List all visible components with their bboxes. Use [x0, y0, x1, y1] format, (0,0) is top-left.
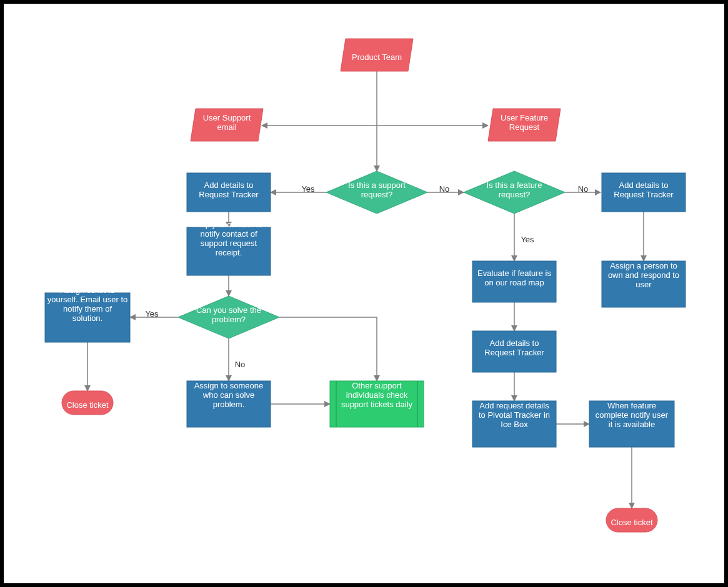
node-is-feature-request: Is this a featurerequest? — [464, 171, 565, 214]
label-yes2: Yes — [521, 235, 534, 244]
node-can-solve: Can you solve theproblem? — [178, 296, 279, 338]
text-close-ticket-left: Close ticket — [66, 400, 109, 410]
node-reply-contact: Reply to contact tonotify contact ofsupp… — [187, 220, 271, 276]
node-assign-self: Assign ticket toyourself. Email user ton… — [45, 285, 130, 343]
text-evaluate-roadmap: Evaluate if feature ison our road map — [477, 269, 551, 287]
text-add-details-right: Add details toRequest Tracker — [614, 180, 674, 199]
node-user-support-email: User Supportemail — [191, 109, 263, 141]
node-is-support-request: Is this a supportrequest? — [326, 171, 427, 214]
edge-cansolve-to-othersupport — [279, 317, 377, 381]
node-evaluate-roadmap: Evaluate if feature ison our road map — [472, 261, 556, 302]
node-close-ticket-right: Close ticket — [606, 508, 657, 532]
label-no3: No — [235, 360, 246, 369]
node-product-team: Product Team — [341, 39, 413, 71]
text-close-ticket-right: Close ticket — [611, 518, 653, 527]
flowchart-frame: { "nodes": { "product_team": { "label": … — [0, 0, 728, 587]
node-add-details-right: Add details toRequest Tracker — [602, 173, 686, 212]
label-no2: No — [578, 184, 589, 194]
node-notify-available: When featurecomplete notify userit is av… — [589, 401, 674, 447]
text-product-team: Product Team — [352, 52, 402, 62]
node-add-details-mid: Add details toRequest Tracker — [472, 331, 556, 372]
label-yes3: Yes — [145, 309, 159, 318]
node-user-feature-request: User FeatureRequest — [488, 109, 561, 141]
node-other-support: Other supportindividuals checksupport ti… — [330, 381, 424, 427]
text-add-details-left: Add details toRequest Tracker — [199, 180, 259, 199]
label-yes1: Yes — [301, 184, 315, 194]
node-add-pivotal: Add request detailsto Pivotal Tracker in… — [472, 401, 556, 447]
node-close-ticket-left: Close ticket — [62, 391, 113, 415]
edges: Yes No No Yes Yes No — [87, 71, 644, 508]
node-assign-someone: Assign to someonewho can solveproblem. — [187, 381, 271, 427]
text-add-details-mid: Add details toRequest Tracker — [484, 338, 544, 357]
node-assign-person: Assign a person toown and respond touser — [602, 261, 686, 307]
flowchart-canvas: Yes No No Yes Yes No — [4, 4, 724, 583]
node-add-details-left: Add details toRequest Tracker — [187, 173, 271, 212]
label-no1: No — [439, 184, 450, 194]
